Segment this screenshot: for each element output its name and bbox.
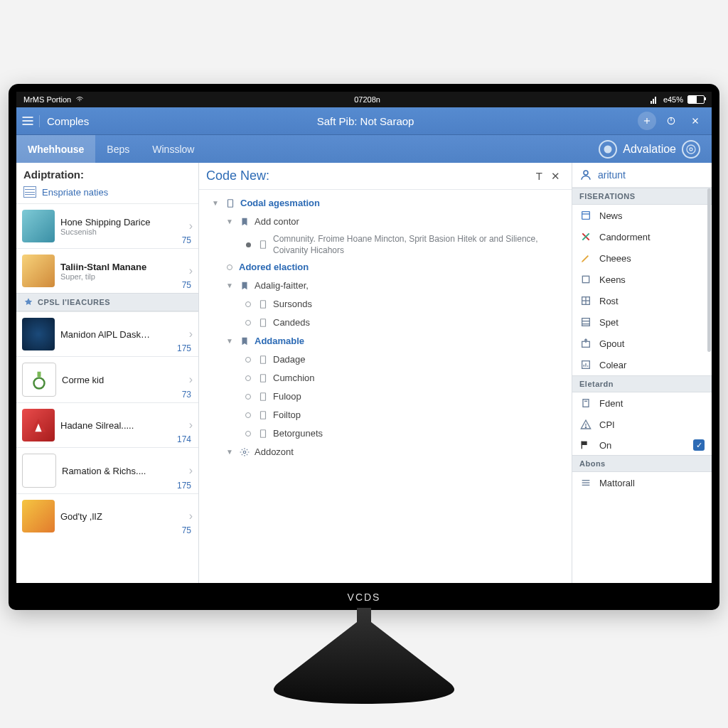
list-item-subtitle: Super, tilp bbox=[60, 272, 183, 281]
list-item-subtitle: Sucsenish bbox=[60, 228, 183, 236]
chevron-right-icon: › bbox=[189, 373, 193, 386]
right-item-mattorall[interactable]: Mattorall bbox=[572, 472, 712, 493]
close-button[interactable] bbox=[686, 112, 705, 130]
sidebar-heading: Adiptration: bbox=[16, 163, 198, 183]
text-tool-button[interactable]: T bbox=[532, 170, 547, 182]
tree-node[interactable]: ▼ Addozont bbox=[202, 443, 569, 461]
tree-node[interactable]: Adored elaction bbox=[202, 258, 569, 277]
advanced-button[interactable]: Advalatioe bbox=[587, 135, 712, 164]
item-count: 75 bbox=[182, 235, 191, 245]
tree-label: Addozont bbox=[255, 445, 294, 459]
chevron-down-icon[interactable]: ▼ bbox=[225, 279, 235, 293]
right-item-cpi[interactable]: CPI bbox=[572, 414, 712, 435]
bullet-icon bbox=[243, 316, 253, 330]
tree-leaf[interactable]: Cumchion bbox=[202, 369, 569, 387]
tree-leaf[interactable]: Candeds bbox=[202, 314, 569, 332]
chat-icon bbox=[599, 140, 617, 159]
chevron-down-icon[interactable]: ▼ bbox=[225, 334, 235, 348]
tree-leaf[interactable]: Dadage bbox=[202, 350, 569, 369]
item-count: 73 bbox=[182, 390, 191, 400]
svg-point-28 bbox=[243, 451, 246, 454]
toggle-row[interactable]: On ✓ bbox=[572, 435, 712, 455]
power-button[interactable] bbox=[662, 112, 680, 130]
breadcrumb[interactable]: Comples bbox=[39, 115, 96, 127]
svg-rect-23 bbox=[261, 356, 266, 364]
app-header: Comples Saft Pib: Not Saraop bbox=[16, 107, 712, 135]
list-item[interactable]: Taliin-Stanl Manane Super, tilp › 75 bbox=[16, 248, 198, 293]
doc-icon bbox=[257, 410, 269, 420]
chart-icon bbox=[579, 358, 592, 371]
chevron-down-icon[interactable]: ▼ bbox=[225, 445, 235, 459]
bullet-icon bbox=[243, 427, 253, 441]
sidebar-filter[interactable]: Enspriate naties bbox=[16, 183, 198, 203]
square-icon bbox=[579, 273, 592, 286]
chevron-down-icon[interactable]: ▼ bbox=[225, 215, 235, 229]
right-section-header: Eletardn bbox=[572, 375, 712, 392]
grid-icon bbox=[579, 294, 592, 307]
list-item-title: Taliin-Stanl Manane bbox=[60, 262, 183, 272]
tree-label: Betorgunets bbox=[273, 427, 323, 441]
chevron-down-icon[interactable]: ▼ bbox=[210, 196, 220, 210]
search-row[interactable]: aritunt bbox=[572, 163, 712, 188]
panel-close-button[interactable]: ✕ bbox=[547, 170, 564, 183]
item-count: 75 bbox=[182, 280, 191, 290]
tree-node[interactable]: ▼ Add contor bbox=[202, 213, 569, 231]
tree-leaf[interactable]: Foiltop bbox=[202, 406, 569, 424]
status-bar: MrMS Portion 07208n e45% bbox=[16, 92, 712, 107]
table-icon bbox=[579, 316, 592, 328]
tree-leaf[interactable]: Betorgunets bbox=[202, 424, 569, 443]
tree-label: Sursonds bbox=[273, 297, 312, 311]
right-item-keens[interactable]: Keens bbox=[572, 269, 712, 290]
doc-icon bbox=[257, 373, 269, 383]
tab-winslow[interactable]: Winsslow bbox=[141, 135, 205, 164]
export-icon bbox=[579, 337, 592, 350]
bookmark-icon bbox=[239, 217, 250, 227]
gear-icon bbox=[239, 447, 250, 457]
menu-button[interactable] bbox=[16, 114, 39, 128]
list-item[interactable]: Corme kid › 73 bbox=[16, 356, 198, 402]
svg-rect-1 bbox=[653, 99, 654, 104]
right-item-colear[interactable]: Colear bbox=[572, 354, 712, 375]
right-item-spet[interactable]: Spet bbox=[572, 311, 712, 333]
tab-primary[interactable]: Whehhouse bbox=[16, 135, 95, 164]
document-icon bbox=[225, 198, 236, 208]
bookmark-icon bbox=[239, 281, 250, 291]
tree-leaf[interactable]: Comnunity. Froime Hoane Mincton, Sprit B… bbox=[202, 231, 569, 258]
tab-beps[interactable]: Beps bbox=[95, 135, 141, 164]
svg-point-13 bbox=[690, 148, 692, 151]
item-count: 75 bbox=[182, 525, 191, 535]
sidebar-section-header: CPSL I'IEACURES bbox=[16, 293, 198, 311]
tree-leaf[interactable]: Sursonds bbox=[202, 295, 569, 314]
user-icon bbox=[579, 168, 592, 181]
tree-node[interactable]: ▼ Adalig-faitter, bbox=[202, 277, 569, 295]
thumbnail-icon bbox=[22, 409, 55, 441]
chevron-right-icon: › bbox=[189, 328, 193, 341]
add-button[interactable] bbox=[638, 112, 656, 130]
right-item-fdent[interactable]: Fdent bbox=[572, 392, 712, 414]
bullet-icon bbox=[243, 390, 253, 404]
right-item-gpout[interactable]: Gpout bbox=[572, 333, 712, 354]
monitor-stand bbox=[236, 608, 492, 707]
checkbox-icon[interactable]: ✓ bbox=[693, 439, 705, 451]
list-item[interactable]: Manidon AlPL Dask… › 175 bbox=[16, 311, 198, 356]
right-item-cheees[interactable]: Cheees bbox=[572, 247, 712, 269]
settings-icon[interactable] bbox=[682, 140, 700, 159]
list-item[interactable]: God'ty ,lIZ › 75 bbox=[16, 493, 198, 538]
tree-label: Fuloop bbox=[273, 390, 301, 404]
sidebar-right: aritunt FISERATIONS News Candorment Chee… bbox=[572, 163, 712, 583]
tree-leaf[interactable]: Fuloop bbox=[202, 387, 569, 406]
list-item[interactable]: Hadane Silreal..... › 174 bbox=[16, 402, 198, 447]
doc-icon bbox=[257, 392, 269, 402]
list-item[interactable]: Hone Shipping Darice Sucsenish › 75 bbox=[16, 203, 198, 248]
tabs-bar: Whehhouse Beps Winsslow Advalatioe bbox=[16, 135, 712, 164]
tree-label: Addamable bbox=[255, 334, 304, 348]
monitor-brand: VCDS bbox=[348, 592, 381, 603]
right-item-candorment[interactable]: Candorment bbox=[572, 226, 712, 247]
list-item[interactable]: Ramation & Richs.... › 175 bbox=[16, 447, 198, 493]
svg-rect-26 bbox=[261, 412, 266, 419]
tree-node[interactable]: ▼ Codal agesmation bbox=[202, 194, 569, 213]
tree-node[interactable]: ▼ Addamable bbox=[202, 332, 569, 350]
right-item-rost[interactable]: Rost bbox=[572, 290, 712, 311]
bullet-icon bbox=[243, 408, 253, 422]
right-item-news[interactable]: News bbox=[572, 205, 712, 226]
